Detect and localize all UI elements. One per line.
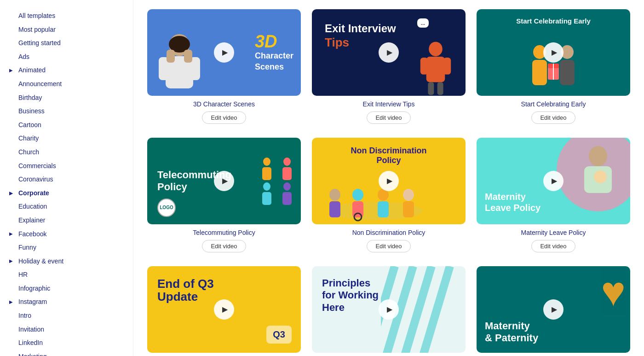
play-button[interactable]: ▶: [214, 42, 234, 63]
sidebar-item-explainer[interactable]: Explainer: [9, 214, 133, 228]
card-thumbnail[interactable]: End of Q3UpdateQ3▶: [147, 266, 301, 353]
sidebar-item-label: All templates: [18, 12, 128, 21]
card-thumbnail[interactable]: MaternityLeave Policy ▶: [477, 138, 630, 224]
sidebar-item-funny[interactable]: Funny: [9, 241, 133, 255]
template-card-card-8: Principlesfor WorkingHere▶Principles for…: [312, 266, 466, 356]
play-button[interactable]: ▶: [379, 171, 399, 191]
sidebar-item-invitation[interactable]: Invitation: [9, 323, 133, 337]
sidebar-item-coronavirus[interactable]: Coronavirus: [9, 173, 133, 187]
play-button[interactable]: ▶: [379, 42, 399, 63]
sidebar-item-label: Birthday: [18, 93, 128, 103]
svg-rect-27: [282, 192, 292, 205]
card-thumbnail[interactable]: ♥Maternity& Paternity▶: [477, 266, 630, 353]
template-grid: 3DCharacterScenes▶3D Character ScenesEdi…: [147, 9, 630, 356]
sidebar-item-label: Coronavirus: [18, 175, 128, 184]
main-content: 3DCharacterScenes▶3D Character ScenesEdi…: [133, 0, 644, 356]
svg-rect-25: [262, 192, 271, 205]
sidebar-item-ads[interactable]: Ads: [9, 50, 133, 64]
sidebar-item-commercials[interactable]: Commercials: [9, 159, 133, 173]
svg-rect-10: [443, 58, 451, 75]
edit-video-button[interactable]: Edit video: [531, 240, 575, 252]
play-button[interactable]: ▶: [543, 299, 564, 320]
card-thumbnail[interactable]: Start Celebrating Early ▶: [477, 9, 630, 96]
sidebar-item-announcement[interactable]: Announcement: [9, 77, 133, 91]
sidebar-item-infographic[interactable]: Infographic: [9, 282, 133, 296]
sidebar-item-hr[interactable]: HR: [9, 268, 133, 282]
play-button[interactable]: ▶: [214, 299, 234, 320]
card-thumbnail[interactable]: Non DiscriminationPolicy ▶: [312, 138, 466, 224]
sidebar-item-cartoon[interactable]: Cartoon: [9, 118, 133, 132]
edit-video-button[interactable]: Edit video: [367, 111, 410, 124]
sidebar-item-label: Marketing: [18, 352, 128, 356]
card-title: 3D Character Scenes: [193, 100, 255, 108]
sidebar-item-label: HR: [18, 270, 128, 280]
card-title: Maternity Leave Policy: [521, 229, 586, 236]
sidebar: All templatesMost popularGetting started…: [0, 0, 133, 356]
svg-rect-11: [428, 82, 434, 95]
svg-point-36: [403, 189, 414, 201]
sidebar-item-getting-started[interactable]: Getting started: [9, 36, 133, 50]
card-thumbnail[interactable]: Principlesfor WorkingHere▶: [312, 266, 466, 353]
sidebar-item-label: Instagram: [18, 298, 128, 307]
sidebar-item-animated[interactable]: ▶Animated: [9, 64, 133, 77]
edit-video-button[interactable]: Edit video: [367, 240, 410, 252]
svg-rect-8: [426, 57, 445, 82]
template-card-card-3: Start Celebrating Early ▶Start Celebrati…: [477, 9, 630, 124]
svg-point-38: [589, 146, 607, 166]
svg-rect-6: [184, 50, 192, 63]
sidebar-item-all-templates[interactable]: All templates: [9, 9, 133, 23]
svg-rect-16: [560, 60, 575, 85]
card-thumbnail[interactable]: TelecommutingPolicyLOGO ▶: [147, 138, 301, 224]
sidebar-item-instagram[interactable]: ▶Instagram: [9, 295, 133, 309]
edit-video-button[interactable]: Edit video: [202, 240, 246, 252]
play-button[interactable]: ▶: [379, 299, 399, 320]
sidebar-item-church[interactable]: Church: [9, 146, 133, 159]
sidebar-item-label: Intro: [18, 311, 128, 321]
sidebar-item-charity[interactable]: Charity: [9, 132, 133, 146]
card-title: Telecommuting Policy: [193, 229, 255, 236]
card-thumbnail[interactable]: Exit InterviewTips ...▶: [312, 9, 466, 96]
edit-video-button[interactable]: Edit video: [202, 111, 246, 124]
sidebar-item-label: Infographic: [18, 284, 128, 293]
play-button[interactable]: ▶: [214, 171, 234, 191]
sidebar-item-linkedin[interactable]: LinkedIn: [9, 336, 133, 350]
sidebar-item-label: Announcement: [18, 80, 128, 89]
svg-point-29: [329, 189, 340, 201]
sidebar-item-holiday-event[interactable]: ▶Holiday & event: [9, 255, 133, 268]
svg-point-20: [263, 158, 270, 166]
template-card-card-9: ♥Maternity& Paternity▶Maternity & Patern…: [477, 266, 630, 356]
chevron-icon: ▶: [9, 299, 17, 305]
sidebar-item-birthday[interactable]: Birthday: [9, 91, 133, 105]
svg-rect-21: [262, 167, 271, 180]
template-card-card-7: End of Q3UpdateQ3▶End of Q3 UpdateEdit v…: [147, 266, 301, 356]
play-button[interactable]: ▶: [543, 171, 564, 191]
sidebar-item-label: Invitation: [18, 325, 128, 334]
card-thumbnail[interactable]: 3DCharacterScenes▶: [147, 9, 301, 96]
chevron-icon: ▶: [9, 231, 17, 237]
edit-video-button[interactable]: Edit video: [531, 111, 575, 124]
sidebar-item-label: Corporate: [18, 189, 128, 198]
sidebar-item-marketing[interactable]: Marketing: [9, 350, 133, 356]
chevron-icon: ▶: [9, 67, 17, 74]
sidebar-item-most-popular[interactable]: Most popular: [9, 23, 133, 37]
play-button[interactable]: ▶: [543, 42, 564, 63]
template-card-card-2: Exit InterviewTips ...▶Exit Interview Ti…: [312, 9, 466, 124]
sidebar-item-business[interactable]: Business: [9, 105, 133, 118]
svg-point-7: [429, 42, 443, 56]
sidebar-item-corporate[interactable]: ▶Corporate: [9, 187, 133, 200]
card-title: Non Discrimination Policy: [352, 229, 426, 236]
sidebar-item-education[interactable]: Education: [9, 200, 133, 214]
sidebar-item-intro[interactable]: Intro: [9, 309, 133, 323]
svg-rect-9: [420, 58, 428, 75]
chevron-icon: ▶: [9, 190, 17, 197]
svg-point-40: [594, 170, 607, 183]
sidebar-item-label: Animated: [18, 66, 128, 75]
sidebar-item-facebook[interactable]: ▶Facebook: [9, 228, 133, 241]
svg-rect-12: [437, 82, 443, 95]
sidebar-item-label: Ads: [18, 53, 128, 62]
svg-rect-5: [167, 50, 175, 63]
chevron-icon: ▶: [9, 258, 17, 264]
sidebar-item-label: Getting started: [18, 39, 128, 48]
card-title: Exit Interview Tips: [363, 100, 415, 108]
template-card-card-5: Non DiscriminationPolicy ▶Non Discrimina…: [312, 138, 466, 252]
